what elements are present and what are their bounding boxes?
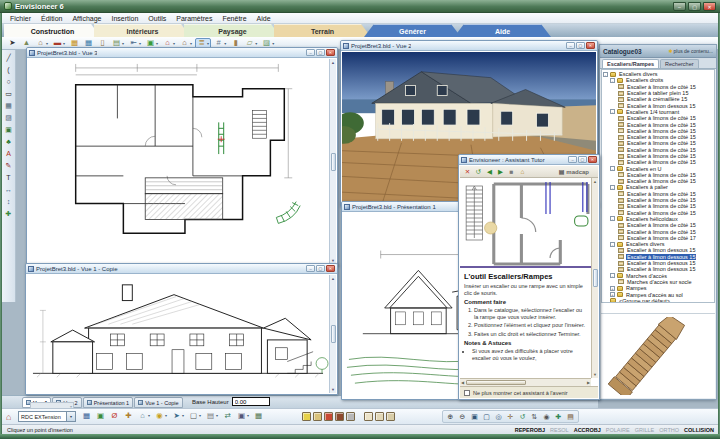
dropdown-arrow-icon[interactable]: ▾ [122, 41, 124, 46]
rotate-icon[interactable]: ↺ [517, 411, 528, 422]
tree-expander-icon[interactable]: - [610, 78, 615, 83]
forward-icon[interactable]: ▶ [496, 167, 505, 177]
zoom-in-icon[interactable]: ⊕ [445, 411, 456, 422]
tree-expander-icon[interactable]: + [610, 292, 615, 297]
dropdown-arrow-icon[interactable]: ▾ [255, 41, 257, 46]
line-icon[interactable]: ╱ [3, 52, 14, 63]
dropdown-arrow-icon[interactable]: ▾ [182, 413, 184, 418]
grid-toggle-icon[interactable]: ▦ ▾ [252, 410, 265, 421]
views-icon[interactable]: ▤ [565, 411, 576, 422]
status-toggle[interactable]: COLLISION [684, 427, 714, 433]
window-title-bar[interactable]: Envisioneer : Assistant Tutor – ▢ ✕ [459, 155, 599, 165]
layers-icon[interactable]: ▤ ▾ [204, 410, 220, 421]
elevation-icon[interactable]: ↕ [3, 196, 14, 207]
zoom-selected-icon[interactable]: ◎ [493, 411, 504, 422]
window-title-bar[interactable]: ProjetBret3.bld - Vue 1 - Copie – ▢ ✕ [26, 264, 337, 274]
vertical-scrollbar[interactable]: ▲ ▼ [591, 178, 598, 378]
sheet-icon-1[interactable] [364, 412, 373, 421]
annotation-icon[interactable]: ✎ [3, 160, 14, 171]
more-content-link[interactable]: ✱ plus de contenu... [668, 48, 713, 54]
close-button[interactable]: ✕ [326, 265, 335, 272]
circle-icon[interactable]: ○ [3, 76, 14, 87]
close-icon[interactable]: ✕ [463, 167, 472, 177]
minimize-button[interactable]: – [673, 2, 686, 11]
title-bar[interactable]: Envisioneer 6 – ▢ ✕ [0, 0, 720, 13]
minimize-button[interactable]: – [306, 49, 315, 56]
sheet-icon-3[interactable] [386, 412, 395, 421]
maximize-button[interactable]: ▢ [316, 49, 325, 56]
vertical-scrollbar[interactable]: ▲ ▼ [329, 275, 336, 393]
grid-icon[interactable]: ▦ [3, 100, 14, 111]
menu-item[interactable]: Aide [252, 13, 276, 24]
tree-expander-icon[interactable]: - [610, 109, 615, 114]
dropdown-arrow-icon[interactable]: ▾ [139, 41, 141, 46]
window-title-bar[interactable]: ProjetBret3.bld - Vue 2 – ▢ ✕ [341, 41, 597, 51]
catalog-tree[interactable]: - Escaliers divers - Escaliers droits [601, 69, 715, 303]
scroll-thumb[interactable] [331, 153, 336, 171]
scroll-down-icon[interactable]: ▼ [331, 387, 335, 392]
back-icon[interactable]: ◀ [485, 167, 494, 177]
catalog-tab[interactable]: Escaliers/Rampes [602, 59, 659, 68]
catalog-tab[interactable]: Rechercher [660, 59, 698, 68]
floor-plan-canvas[interactable]: ▲ ▼ [28, 59, 336, 264]
text-icon[interactable]: A [3, 148, 14, 159]
status-toggle[interactable]: ORTHO [659, 427, 679, 433]
dropdown-arrow-icon[interactable]: ▾ [247, 413, 249, 418]
window-title-bar[interactable]: ProjetBret3.bld - Vue 3 – ▢ ✕ [27, 48, 337, 58]
zoom-window-icon[interactable]: ▣ [469, 411, 480, 422]
scroll-up-icon[interactable]: ▲ [331, 60, 335, 65]
status-toggle[interactable]: ACCROBJ [574, 427, 601, 433]
frame-icon[interactable]: ▣ ▾ [235, 410, 251, 421]
menu-item[interactable]: Outils [143, 13, 171, 24]
dropdown-arrow-icon[interactable]: ▾ [173, 41, 175, 46]
texture-cube-brown-icon[interactable] [335, 412, 344, 421]
snap-icon[interactable]: ✚ ▾ [122, 410, 135, 421]
render-icon[interactable]: ▣ ▾ [94, 410, 107, 421]
walkthrough-icon[interactable]: ➤ ▾ [170, 410, 186, 421]
dont-show-checkbox[interactable] [464, 390, 470, 396]
status-toggle[interactable]: GRILLE [635, 427, 655, 433]
dropdown-arrow-icon[interactable]: ▾ [63, 41, 65, 46]
stop-icon[interactable]: ■ [507, 167, 516, 177]
view-tab[interactable]: Vue 1 - Copie [134, 397, 182, 408]
minimize-button[interactable]: – [306, 265, 315, 272]
rect-icon[interactable]: ▭ [3, 88, 14, 99]
sheet-icon-2[interactable] [375, 412, 384, 421]
view-tab[interactable]: Présentation 1 [83, 397, 133, 408]
elevation-canvas[interactable]: ▲ ▼ [27, 275, 336, 393]
texture-cube-yellow-icon[interactable] [302, 412, 311, 421]
house-3d-icon[interactable]: ⌂ ▾ [136, 410, 152, 421]
dropdown-arrow-icon[interactable]: ▾ [46, 41, 48, 46]
menu-item[interactable]: Paramètres [171, 13, 217, 24]
status-toggle[interactable]: REPEROBJ [515, 427, 545, 433]
close-button[interactable]: ✕ [326, 49, 335, 56]
close-button[interactable]: ✕ [703, 2, 716, 11]
scroll-thumb[interactable] [593, 269, 598, 287]
dropdown-arrow-icon[interactable]: ▾ [199, 413, 201, 418]
image-icon[interactable]: ▣ [3, 124, 14, 135]
save-image-icon[interactable]: ▦ ▾ [80, 410, 93, 421]
catalog-header[interactable]: Catalogue03 ✱ plus de contenu... [600, 45, 716, 58]
zoom-out-icon[interactable]: ⊖ [457, 411, 468, 422]
maximize-button[interactable]: ▢ [576, 42, 585, 49]
close-button[interactable]: ✕ [588, 156, 597, 163]
status-toggle[interactable]: RESOL [550, 427, 569, 433]
menu-item[interactable]: Fenêtre [217, 13, 251, 24]
tree-expander-icon[interactable]: - [610, 216, 615, 221]
vertical-scrollbar[interactable]: ▲ ▼ [329, 59, 336, 264]
dropdown-arrow-icon[interactable]: ▾ [224, 41, 226, 46]
dropdown-arrow-icon[interactable]: ▾ [272, 41, 274, 46]
plant-icon[interactable]: ♣ [3, 136, 14, 147]
updown-icon[interactable]: ⇅ [529, 411, 540, 422]
menu-item[interactable]: Fichier [5, 13, 36, 24]
collision-off-icon[interactable]: Ø ▾ [108, 410, 121, 421]
maximize-button[interactable]: ▢ [316, 265, 325, 272]
camera-icon[interactable]: ▢ ▾ [187, 410, 203, 421]
dimension-icon[interactable]: ↔ [3, 184, 14, 195]
chevron-down-icon[interactable]: ▾ [66, 412, 75, 421]
horizontal-scrollbar[interactable]: ◀ ▶ [460, 378, 591, 386]
close-button[interactable]: ✕ [586, 42, 595, 49]
select-tool-icon[interactable]: ➤ ▾ [6, 38, 19, 49]
hatch-icon[interactable]: ▨ [3, 112, 14, 123]
minimize-button[interactable]: – [566, 42, 575, 49]
